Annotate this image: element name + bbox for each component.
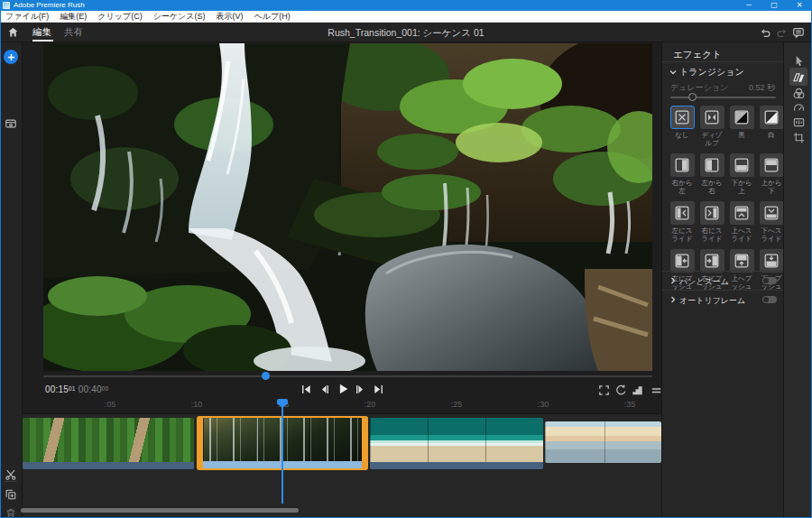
pan-zoom-section[interactable]: パンとズーム (662, 273, 784, 290)
clip-thumbnail (23, 418, 194, 462)
chevron-down-icon[interactable] (669, 69, 677, 76)
transition-tile-wipe-l[interactable] (670, 153, 695, 177)
duration-slider-thumb[interactable] (688, 93, 697, 101)
transition-label: 左から右 (698, 179, 725, 195)
menu-item[interactable]: 表示(V) (211, 11, 249, 23)
menu-item[interactable]: ヘルプ(H) (249, 11, 296, 23)
transition-label: 白 (758, 131, 785, 139)
graphics-icon[interactable] (789, 51, 807, 69)
close-button[interactable]: ✕ (787, 0, 812, 11)
beach-aerial-clip[interactable] (370, 418, 543, 469)
crop-rotate-icon[interactable] (789, 128, 807, 146)
preview-scrubber-handle[interactable] (262, 372, 270, 380)
loop-icon[interactable] (614, 384, 629, 398)
transition-label: 上へスライド (728, 227, 755, 243)
auto-reframe-section[interactable]: オートリフレーム (662, 292, 784, 309)
minimize-button[interactable]: ─ (736, 0, 761, 11)
playhead-line[interactable] (281, 400, 283, 504)
maximize-button[interactable]: ▢ (761, 0, 787, 11)
timecode: 00:1501 00:4000 (45, 384, 108, 394)
transition-label: 右にスライド (698, 227, 725, 243)
transition-tile-wipe-r[interactable] (700, 153, 724, 177)
fullscreen-icon[interactable] (597, 384, 612, 398)
timecode-current: 00:15 (45, 384, 69, 394)
preview-scrubber-track[interactable] (43, 375, 652, 377)
left-toolbar (0, 42, 23, 518)
ocean-sunset-clip[interactable] (545, 421, 661, 463)
play-button[interactable] (334, 381, 351, 397)
transition-tile-black[interactable] (730, 106, 754, 129)
transition-tile-dissolve[interactable] (700, 106, 724, 129)
menu-item[interactable]: 編集(E) (54, 11, 92, 23)
transition-tile-push-u[interactable] (730, 249, 754, 273)
transitions-section-header[interactable]: トランジション (679, 66, 744, 79)
delete-clip-icon[interactable] (5, 507, 17, 518)
auto-reframe-label: オートリフレーム (679, 295, 745, 307)
transition-tile-slide-r[interactable] (700, 201, 724, 225)
clip-thumbnail (545, 421, 661, 463)
transition-label: 下から上 (728, 179, 755, 195)
video-preview (43, 43, 652, 371)
transition-label: 黒 (728, 131, 755, 139)
media-browser-icon[interactable] (5, 117, 17, 130)
duplicate-clip-icon[interactable] (5, 488, 17, 501)
skip-back-button[interactable] (298, 381, 315, 397)
tab-edit[interactable]: 編集 (32, 26, 51, 39)
chevron-right-icon (669, 296, 677, 303)
ruler-tick: :05 (105, 400, 116, 409)
pan-zoom-label: パンとズーム (679, 276, 729, 288)
pan-zoom-toggle[interactable] (762, 277, 777, 284)
frame-back-button[interactable] (316, 381, 333, 397)
duration-label: デュレーション (670, 82, 728, 94)
transition-tile-none[interactable] (670, 106, 695, 129)
clip-thumbnail (370, 418, 543, 462)
skip-forward-button[interactable] (370, 381, 387, 397)
home-icon[interactable] (7, 26, 19, 38)
transition-tile-wipe-d[interactable] (760, 153, 784, 177)
app-icon (3, 2, 10, 9)
transition-label: 下へスライド (758, 227, 785, 243)
redo-icon[interactable] (776, 27, 788, 39)
transition-tile-slide-d[interactable] (760, 201, 784, 225)
ruler-tick: :20 (364, 400, 376, 409)
frame-forward-button[interactable] (352, 381, 369, 397)
tab-share[interactable]: 共有 (64, 26, 83, 39)
transition-label: なし (669, 131, 696, 139)
ruler-tick: :10 (191, 400, 203, 409)
timeline-ruler[interactable]: :05:10:15:20:25:30:35 (0, 400, 661, 412)
transitions-grid: なしディゾルブ黒白右から左左から右下から上上から下左にスライド右にスライド上へス… (669, 106, 779, 291)
transition-tile-slide-u[interactable] (730, 201, 754, 225)
menu-bar: ファイル(F)編集(E)クリップ(C)シーケンス(S)表示(V)ヘルプ(H) (0, 11, 812, 23)
right-toolbar (783, 42, 812, 518)
timecode-current-frames: 01 (69, 385, 76, 392)
panel-title: エフェクト (673, 49, 722, 61)
undo-icon[interactable] (760, 27, 771, 39)
transition-tile-slide-l[interactable] (670, 201, 695, 225)
transition-label: ディゾルブ (698, 131, 725, 147)
menu-item[interactable]: クリップ(C) (92, 11, 147, 23)
transitions-icon[interactable] (789, 68, 807, 86)
feedback-icon[interactable] (792, 26, 805, 39)
menu-item[interactable]: シーケンス(S) (148, 11, 211, 23)
split-clip-icon[interactable] (5, 468, 17, 481)
forest-aerial-clip[interactable] (23, 418, 194, 469)
duration-value: 0.52 秒 (749, 82, 775, 94)
transition-tile-push-d[interactable] (760, 249, 784, 273)
sequence-title: Rush_Transition_001: シーケンス 01 (0, 27, 812, 40)
transition-tile-wipe-u[interactable] (730, 153, 754, 177)
toolbar-divider (5, 481, 17, 482)
playback-quality-icon[interactable] (631, 384, 645, 398)
panel-divider (662, 61, 784, 62)
transition-tile-push-l[interactable] (670, 249, 695, 273)
duration-slider-track[interactable] (670, 97, 776, 98)
title-bar: Adobe Premiere Rush ─ ▢ ✕ (0, 0, 812, 11)
timeline[interactable] (23, 413, 661, 518)
auto-reframe-toggle[interactable] (762, 296, 777, 303)
transition-tile-white[interactable] (760, 106, 784, 129)
timeline-scrollbar[interactable] (21, 508, 299, 513)
transition-label: 上から下 (758, 179, 785, 195)
transition-tile-push-r[interactable] (700, 249, 724, 273)
menu-item[interactable]: ファイル(F) (0, 11, 54, 23)
add-media-plus-button[interactable] (4, 50, 18, 64)
app-header: 編集 共有 Rush_Transition_001: シーケンス 01 (0, 23, 812, 42)
